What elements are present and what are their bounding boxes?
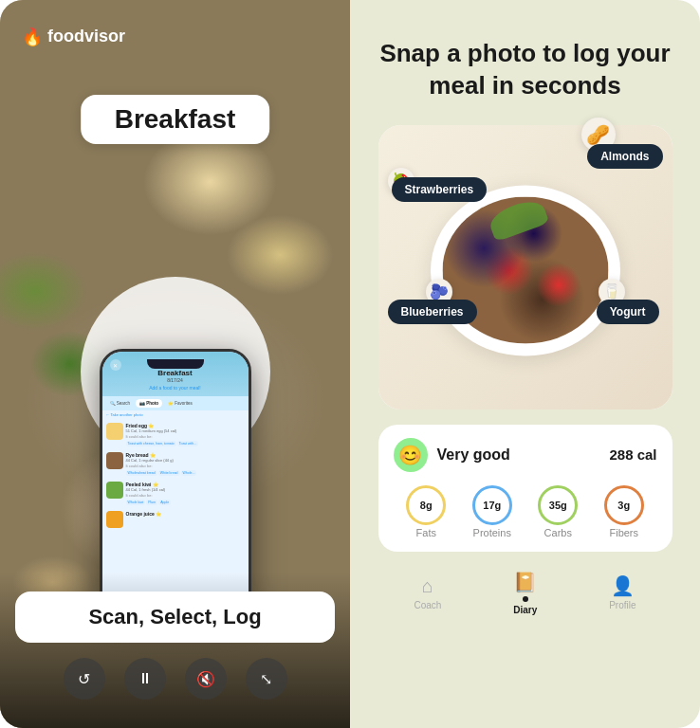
breakfast-label: Breakfast bbox=[115, 104, 236, 134]
fibers-circle: 3g bbox=[604, 485, 644, 525]
fibers-value: 3g bbox=[617, 500, 630, 511]
phone-header: ✕ Breakfast 8/17/24 Add a food to your m… bbox=[102, 352, 249, 396]
fibers-item: 3g Fibers bbox=[604, 485, 644, 538]
nutrition-rating: Very good bbox=[437, 446, 510, 464]
almonds-text: Almonds bbox=[600, 150, 649, 163]
nutrition-grid: 8g Fats 17g Proteins 35g Carbs 3g bbox=[394, 485, 657, 538]
playback-controls: ↺ ⏸ 🔇 ⤡ bbox=[15, 658, 335, 700]
proteins-circle: 17g bbox=[472, 485, 512, 525]
rye-details: Rye bread ⭐ 44 Cal, 1 regular slice (44 … bbox=[126, 452, 245, 476]
carbs-label: Carbs bbox=[544, 527, 572, 538]
nav-profile[interactable]: 👤 Profile bbox=[609, 574, 636, 610]
proteins-label: Proteins bbox=[473, 527, 511, 538]
phone-date: 8/17/24 bbox=[110, 377, 241, 383]
right-panel: Snap a photo to log your meal in seconds… bbox=[350, 0, 700, 728]
juice-details: Orange juice ⭐ bbox=[126, 511, 245, 517]
logo-icon: 🔥 bbox=[23, 27, 42, 46]
take-photo-btn[interactable]: ← Take another photo bbox=[102, 410, 249, 419]
fats-item: 8g Fats bbox=[406, 485, 446, 538]
add-food-btn[interactable]: Add a food to your meal! bbox=[110, 385, 241, 391]
profile-label: Profile bbox=[609, 600, 636, 610]
kiwi-image bbox=[106, 482, 123, 499]
bottom-nav: ⌂ Coach 📔 Diary 👤 Profile bbox=[378, 563, 672, 623]
breakfast-badge: Breakfast bbox=[81, 95, 270, 144]
phone-screen-title: Breakfast bbox=[110, 369, 241, 377]
yogurt-label: Yogurt bbox=[597, 300, 659, 324]
egg-also: It could also be: bbox=[126, 434, 245, 439]
close-icon[interactable]: ✕ bbox=[110, 359, 121, 371]
logo-area: 🔥 foodvisor bbox=[23, 27, 125, 46]
rye-tag-1[interactable]: Wholewheat bread bbox=[126, 470, 157, 476]
nutrition-header: 😊 Very good 288 cal bbox=[394, 438, 657, 472]
rye-image bbox=[106, 452, 123, 469]
egg-tag-1[interactable]: Toast with cheese, ham, tomato bbox=[126, 441, 176, 446]
diary-icon: 📔 bbox=[513, 571, 537, 593]
rye-tags: Wholewheat bread White bread Whole... bbox=[126, 470, 245, 476]
logo-text: foodvisor bbox=[47, 27, 125, 46]
right-title: Snap a photo to log your meal in seconds bbox=[369, 38, 681, 102]
almonds-label: Almonds bbox=[587, 144, 662, 169]
proteins-value: 17g bbox=[483, 500, 501, 511]
nav-diary[interactable]: 📔 Diary bbox=[513, 571, 537, 615]
blueberries-label: Blueberries bbox=[388, 300, 477, 324]
fats-value: 8g bbox=[420, 500, 433, 511]
kiwi-tags: Whole kiwi Plum Apple bbox=[126, 500, 245, 505]
kiwi-tag-2[interactable]: Plum bbox=[146, 500, 157, 505]
photo-tab[interactable]: 📷 Photo bbox=[136, 399, 162, 408]
pause-button[interactable]: ⏸ bbox=[124, 658, 166, 700]
kiwi-also: It could also be: bbox=[126, 493, 245, 498]
food-list: Fried egg ⭐ 51 Cal, 1 medium egg (54 cal… bbox=[102, 419, 249, 537]
egg-image bbox=[106, 423, 123, 440]
phone-notch bbox=[147, 359, 204, 369]
egg-tag-2[interactable]: Toast with... bbox=[177, 441, 198, 446]
yogurt-text: Yogurt bbox=[610, 305, 646, 318]
profile-icon: 👤 bbox=[611, 574, 635, 597]
juice-name: Orange juice ⭐ bbox=[126, 511, 245, 517]
coach-label: Coach bbox=[414, 600, 441, 610]
fats-circle: 8g bbox=[406, 485, 446, 525]
scan-badge: Scan, Select, Log bbox=[15, 592, 335, 643]
food-item-rye: Rye bread ⭐ 44 Cal, 1 regular slice (44 … bbox=[106, 452, 245, 476]
kiwi-tag-3[interactable]: Apple bbox=[158, 500, 171, 505]
egg-details: Fried egg ⭐ 51 Cal, 1 medium egg (54 cal… bbox=[126, 423, 245, 446]
juice-image bbox=[106, 511, 123, 528]
expand-button[interactable]: ⤡ bbox=[246, 658, 287, 700]
food-item-juice: Orange juice ⭐ bbox=[106, 511, 245, 528]
smiley-icon: 😊 bbox=[394, 438, 428, 472]
rye-cal: 44 Cal, 1 regular slice (44 g) bbox=[126, 458, 245, 463]
phone-tabs: 🔍 Search 📷 Photo ⭐ Favorites bbox=[102, 396, 249, 410]
egg-cal: 51 Cal, 1 medium egg (54 cal) bbox=[126, 428, 245, 433]
coach-icon: ⌂ bbox=[422, 575, 433, 597]
fats-label: Fats bbox=[416, 527, 436, 538]
food-item-egg: Fried egg ⭐ 51 Cal, 1 medium egg (54 cal… bbox=[106, 423, 245, 446]
strawberries-text: Strawberries bbox=[405, 183, 474, 196]
fibers-label: Fibers bbox=[609, 527, 638, 538]
rye-tag-3[interactable]: Whole... bbox=[181, 470, 197, 476]
blueberries-text: Blueberries bbox=[401, 305, 464, 318]
left-panel: 🔥 foodvisor Breakfast ✕ Breakfast 8/17/2… bbox=[0, 0, 350, 728]
diary-active-dot bbox=[523, 596, 528, 602]
strawberries-label: Strawberries bbox=[392, 177, 488, 202]
replay-button[interactable]: ↺ bbox=[64, 658, 105, 700]
diary-label: Diary bbox=[513, 605, 537, 615]
favorites-tab[interactable]: ⭐ Favorites bbox=[164, 399, 196, 408]
carbs-value: 35g bbox=[549, 500, 567, 511]
nav-coach[interactable]: ⌂ Coach bbox=[414, 575, 441, 610]
proteins-item: 17g Proteins bbox=[472, 485, 512, 538]
carbs-item: 35g Carbs bbox=[538, 485, 578, 538]
kiwi-details: Peeled kiwi ⭐ 44 Cal, 1 fresh (1/4 cal) … bbox=[126, 482, 245, 505]
rye-also: It could also be: bbox=[126, 464, 245, 468]
bowl-container: 🥜 🍓 🫐 🥛 Almonds Strawberries Blueberries… bbox=[378, 125, 672, 410]
food-item-kiwi: Peeled kiwi ⭐ 44 Cal, 1 fresh (1/4 cal) … bbox=[106, 482, 245, 505]
nutrition-calories: 288 cal bbox=[609, 446, 656, 463]
kiwi-cal: 44 Cal, 1 fresh (1/4 cal) bbox=[126, 487, 245, 492]
nutrition-card: 😊 Very good 288 cal 8g Fats 17g Proteins… bbox=[378, 425, 672, 552]
kiwi-tag-1[interactable]: Whole kiwi bbox=[126, 500, 146, 505]
carbs-circle: 35g bbox=[538, 485, 578, 525]
rye-tag-2[interactable]: White bread bbox=[158, 470, 180, 476]
mute-button[interactable]: 🔇 bbox=[185, 658, 227, 700]
scan-label: Scan, Select, Log bbox=[88, 605, 261, 628]
left-bottom: Scan, Select, Log ↺ ⏸ 🔇 ⤡ bbox=[0, 573, 350, 728]
egg-tags: Toast with cheese, ham, tomato Toast wit… bbox=[126, 441, 245, 446]
search-tab[interactable]: 🔍 Search bbox=[106, 399, 135, 408]
